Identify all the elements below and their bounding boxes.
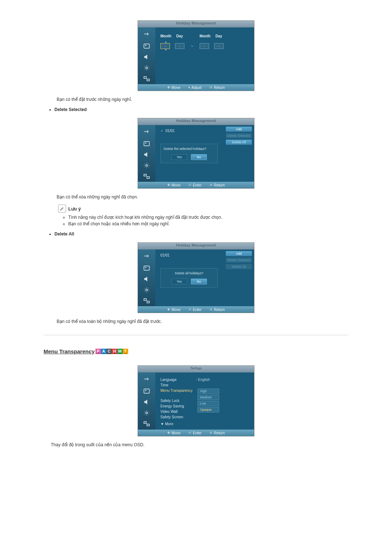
hint-move: Move bbox=[172, 183, 180, 187]
svg-point-7 bbox=[146, 165, 148, 167]
multi-control-icon[interactable] bbox=[142, 296, 151, 305]
option-high[interactable]: High bbox=[197, 389, 219, 394]
sound-icon[interactable] bbox=[142, 274, 151, 284]
multi-control-icon[interactable] bbox=[142, 419, 151, 428]
svg-rect-19 bbox=[147, 424, 150, 426]
dialog-message: Delete the selected holidays? bbox=[164, 147, 215, 151]
panel3-title: Holiday Management bbox=[138, 243, 254, 247]
osd-sidebar bbox=[138, 28, 155, 84]
day-field-2[interactable]: -- bbox=[214, 43, 224, 49]
add-button[interactable]: Add bbox=[226, 127, 252, 132]
svg-rect-10 bbox=[144, 266, 150, 270]
panel2-footer: ✥Move ⏎Enter ↺Return bbox=[138, 182, 254, 188]
delete-all-button[interactable]: Delete All bbox=[226, 140, 252, 145]
hint-move: Move bbox=[172, 431, 180, 435]
transparency-options: High Medium Low Opaque bbox=[197, 389, 219, 413]
language-label: Language bbox=[160, 378, 196, 382]
picture-icon[interactable] bbox=[142, 386, 151, 396]
panel4-title: Setup bbox=[138, 366, 254, 370]
input-icon[interactable] bbox=[142, 253, 151, 262]
holiday-management-panel-add: Holiday Management Month ▲ bbox=[138, 20, 254, 91]
panel3-footer: ✥Move ⏎Enter ↺Return bbox=[138, 306, 254, 313]
return-icon: ↺ bbox=[209, 308, 212, 311]
svg-rect-3 bbox=[144, 77, 147, 78]
svg-point-11 bbox=[145, 267, 146, 268]
panel1-titlebar: Holiday Management bbox=[138, 21, 254, 28]
down-arrow-icon[interactable]: ▼ bbox=[160, 49, 171, 51]
separator bbox=[44, 335, 348, 335]
sound-icon[interactable] bbox=[142, 397, 151, 407]
panel4-wrap: Setup Language English bbox=[44, 365, 348, 436]
panel2-content: ✓ 01/01 Add Delete Selected Delete All D… bbox=[155, 125, 254, 182]
picture-icon[interactable] bbox=[142, 263, 151, 273]
no-button[interactable]: No bbox=[191, 154, 207, 160]
range-dash: ~ bbox=[191, 44, 193, 48]
svg-point-2 bbox=[146, 67, 148, 69]
month-field-2[interactable]: -- bbox=[200, 43, 209, 49]
badge-h: H bbox=[112, 349, 117, 354]
more-row[interactable]: ▼ More bbox=[160, 422, 249, 426]
setup-icon[interactable] bbox=[142, 63, 151, 73]
sound-icon[interactable] bbox=[142, 52, 151, 62]
hint-move: Move bbox=[172, 86, 180, 90]
day-field-1[interactable]: -- bbox=[175, 43, 184, 49]
confirm-dialog: Delete the selected holidays? Yes No bbox=[160, 144, 218, 163]
svg-rect-8 bbox=[144, 174, 147, 176]
bullet-delete-all: Delete All bbox=[54, 231, 348, 237]
svg-rect-14 bbox=[147, 301, 150, 303]
setup-icon[interactable] bbox=[142, 161, 151, 170]
setup-time-row[interactable]: Time bbox=[160, 383, 249, 387]
input-icon[interactable] bbox=[142, 376, 151, 385]
setup-language-row[interactable]: Language English bbox=[160, 378, 249, 382]
option-medium[interactable]: Medium bbox=[197, 395, 219, 400]
desc3: Bạn có thể xóa toàn bộ những ngày nghỉ đ… bbox=[57, 319, 348, 324]
hint-enter: Enter bbox=[193, 431, 201, 435]
delete-selected-button[interactable]: Delete Selected bbox=[226, 133, 252, 138]
multi-control-icon[interactable] bbox=[142, 74, 151, 83]
panel4-footer: ✥Move ⏎Enter ↺Return bbox=[138, 430, 254, 436]
yes-button[interactable]: Yes bbox=[171, 154, 187, 160]
picture-icon[interactable] bbox=[142, 41, 151, 51]
delete-all-button[interactable]: Delete All bbox=[226, 264, 252, 269]
svg-rect-15 bbox=[144, 389, 150, 393]
picture-icon[interactable] bbox=[142, 139, 151, 148]
svg-rect-9 bbox=[147, 177, 150, 178]
setup-icon[interactable] bbox=[142, 285, 151, 295]
option-low[interactable]: Low bbox=[197, 401, 219, 406]
svg-rect-18 bbox=[144, 422, 147, 423]
panel3-content: 01/01 Add Delete Selected Delete All Del… bbox=[155, 250, 254, 306]
section-title-text: Menu Transparency bbox=[44, 348, 95, 354]
return-icon: ↺ bbox=[209, 86, 212, 89]
input-icon[interactable] bbox=[142, 128, 151, 138]
hint-enter: Enter bbox=[193, 183, 201, 187]
source-badges: P A C H M T bbox=[95, 349, 128, 354]
option-opaque[interactable]: Opaque bbox=[197, 407, 219, 413]
enter-icon: ⏎ bbox=[188, 431, 191, 435]
hint-adjust: Adjust bbox=[192, 86, 202, 90]
svg-point-1 bbox=[145, 45, 146, 46]
holiday-management-panel-delete-all: Holiday Management 01/01 Add Delete bbox=[138, 242, 254, 313]
setup-icon[interactable] bbox=[142, 408, 151, 418]
input-icon[interactable] bbox=[142, 30, 151, 40]
section-menu-transparency: Menu Transparency P A C H M T bbox=[44, 348, 128, 354]
note-item-1: Tính năng này chỉ được kích hoạt khi nhữ… bbox=[68, 215, 348, 220]
month-field-1[interactable]: -- bbox=[160, 43, 170, 49]
panel1-wrap: Holiday Management Month ▲ bbox=[44, 20, 348, 91]
holiday-date: 01/01 bbox=[166, 129, 175, 133]
setup-panel: Setup Language English bbox=[138, 365, 254, 436]
sound-icon[interactable] bbox=[142, 150, 151, 159]
return-icon: ↺ bbox=[209, 183, 212, 187]
multi-control-icon[interactable] bbox=[142, 172, 151, 181]
add-button[interactable]: Add bbox=[226, 251, 252, 256]
hint-return: Return bbox=[214, 183, 225, 187]
yes-button[interactable]: Yes bbox=[171, 279, 187, 284]
move-icon: ✥ bbox=[167, 183, 170, 187]
setup-safetyscreen-row[interactable]: Safety Screen bbox=[160, 415, 249, 419]
no-button[interactable]: No bbox=[191, 279, 207, 284]
panel4-content: Language English Time Menu Transparency … bbox=[155, 373, 254, 430]
badge-t: T bbox=[123, 349, 128, 354]
panel1-title: Holiday Management bbox=[138, 21, 254, 25]
enter-icon: ⏎ bbox=[188, 308, 191, 311]
delete-selected-button[interactable]: Delete Selected bbox=[226, 258, 252, 263]
move-icon: ✥ bbox=[167, 86, 170, 89]
